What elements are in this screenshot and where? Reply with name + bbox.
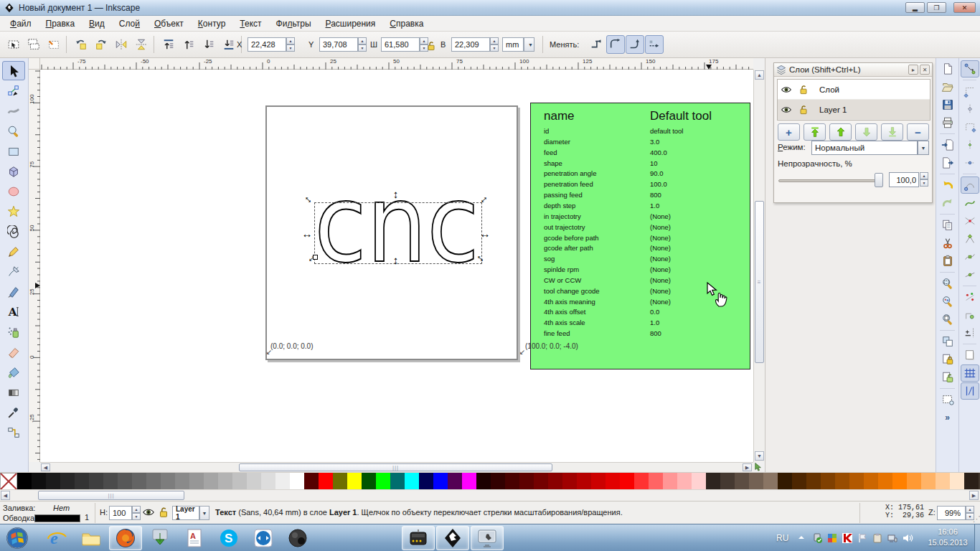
raise-to-top-button[interactable] [159,35,178,54]
language-indicator[interactable]: RU [776,533,788,543]
snap-smooth-nodes-button[interactable] [961,248,979,265]
hscroll-thumb[interactable]: ||| [239,463,552,471]
scroll-right-icon[interactable]: ▶ [969,491,979,500]
paste-button[interactable] [938,253,957,270]
color-swatch[interactable] [261,473,275,489]
flag-icon[interactable] [857,532,868,544]
color-swatch[interactable] [849,473,864,489]
chevron-down-icon[interactable]: ▼ [199,506,209,520]
color-swatch[interactable] [89,473,103,489]
open-button[interactable] [938,78,957,95]
eye-icon[interactable] [781,104,792,116]
print-button[interactable] [938,114,957,131]
menu-1-файл[interactable]: Файл [3,17,39,31]
opacity-slider-handle[interactable] [875,173,883,187]
snap-bbox-edge-midpoints-button[interactable] [961,136,979,154]
spin-down-icon[interactable]: ▼ [490,44,499,52]
color-swatch[interactable] [806,473,821,489]
raise-layer-to-top-button[interactable] [804,123,826,141]
color-swatch[interactable] [204,473,218,489]
zoom-field[interactable]: 99% [937,506,966,520]
rotate-cw-button[interactable] [92,35,110,54]
color-swatch[interactable] [692,473,706,489]
zoom-page-button[interactable] [938,311,957,328]
color-swatch[interactable] [505,473,519,489]
snap-others-button[interactable] [961,288,979,306]
color-swatch[interactable] [146,473,161,489]
color-swatch[interactable] [376,473,390,489]
color-swatch[interactable] [548,473,562,489]
color-swatch[interactable] [189,473,204,489]
color-swatch[interactable] [821,473,835,489]
color-swatch[interactable] [964,473,979,489]
calligraphy-tool[interactable] [2,282,25,301]
color-swatch[interactable] [32,473,46,489]
color-swatch[interactable] [921,473,936,489]
show-desktop-button[interactable] [974,524,980,551]
spin-up-icon[interactable]: ▲ [358,37,367,44]
scale-handle[interactable]: ↔ [392,255,404,267]
color-swatch[interactable] [735,473,749,489]
color-swatch[interactable] [577,473,591,489]
snap-midpoints-button[interactable] [961,266,979,283]
menu-9-расширения[interactable]: Расширения [319,17,383,31]
spin-up-icon[interactable]: ▲ [132,506,141,513]
menu-10-справка[interactable]: Справка [382,17,430,31]
spin-down-icon[interactable]: ▼ [286,44,295,52]
menu-3-вид[interactable]: Вид [82,17,112,31]
color-swatch[interactable] [936,473,950,489]
antivirus-icon[interactable] [842,532,853,544]
taskbar-app-remote-viewer[interactable] [471,526,504,550]
lower-button[interactable] [199,35,218,54]
palette-scrollbar[interactable]: ◀ ||| ▶ [0,489,980,501]
snap-bbox-edges-button[interactable] [961,100,979,118]
ellipse-tool[interactable] [2,182,25,201]
delete-layer-button[interactable]: − [907,123,929,141]
clipboard-icon[interactable] [872,532,883,544]
snap-intersections-button[interactable] [961,212,979,230]
opacity-value-field[interactable]: 100,0 [889,172,919,187]
spin-up-icon[interactable]: ▲ [920,172,928,179]
color-swatch[interactable] [620,473,634,489]
color-swatch[interactable] [864,473,878,489]
taskbar-app-text-editor[interactable]: A [178,526,211,550]
snap-text-baseline-button[interactable] [961,324,979,342]
lock-open-icon[interactable] [798,84,809,95]
color-swatch[interactable] [319,473,333,489]
vscroll-thumb[interactable]: ≡ [755,201,764,363]
select-all-button[interactable] [4,35,23,54]
taskbar-app-cnc-app[interactable] [402,526,435,550]
affect-patterns-toggle-button[interactable] [645,35,664,54]
spray-tool[interactable] [2,322,25,342]
snap-guides-button[interactable] [961,382,979,400]
chevron-down-icon[interactable]: ▼ [918,141,929,155]
scroll-down-icon[interactable]: ▼ [755,451,764,461]
unit-select[interactable]: mm [502,37,524,52]
taskbar-app-firefox[interactable] [109,526,142,550]
bezier-tool[interactable] [2,262,25,281]
color-swatch[interactable] [175,473,189,489]
raise-button[interactable] [179,35,198,54]
flip-horizontal-button[interactable] [112,35,131,54]
dropper-tool[interactable] [2,402,25,422]
connector-tool[interactable] [2,423,25,442]
pencil-tool[interactable] [2,242,25,261]
color-swatch[interactable] [419,473,433,489]
taskbar-clock[interactable]: 16:06 15.05.2013 [921,527,974,548]
start-button[interactable] [1,526,33,550]
save-button[interactable] [938,96,957,113]
no-color-swatch[interactable] [0,473,17,489]
scale-handle[interactable]: ↔ [301,227,313,239]
scroll-right-icon[interactable]: ▶ [743,463,752,471]
layer-row[interactable]: Layer 1 [778,100,930,120]
affect-stroke-toggle-button[interactable] [587,35,606,54]
box3d-tool[interactable] [2,161,25,181]
dock-menu-icon[interactable]: ▸ [908,65,918,75]
gradient-tool[interactable] [2,382,25,402]
zoom-selection-button[interactable] [938,275,957,292]
network-icon[interactable] [887,532,898,544]
lock-open-icon[interactable] [798,104,809,116]
select-all-layers-button[interactable] [24,35,43,54]
color-swatch[interactable] [649,473,663,489]
color-swatch[interactable] [591,473,606,489]
